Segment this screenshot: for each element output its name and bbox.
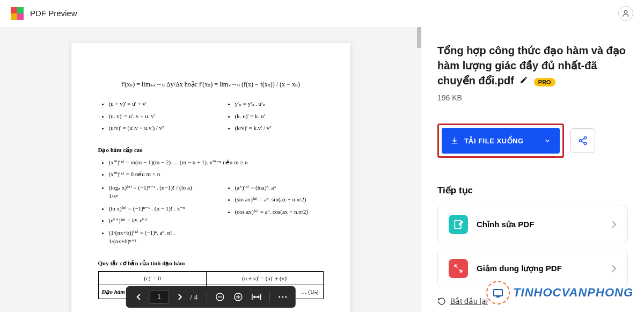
tool-edit-pdf[interactable]: Chỉnh sửa PDF [437, 206, 628, 243]
download-button[interactable]: TẢI FILE XUỐNG [442, 128, 560, 154]
svg-point-8 [282, 296, 283, 298]
file-size: 196 KB [437, 93, 628, 102]
restart-icon [437, 297, 446, 306]
formula-item: (ln x)⁽ⁿ⁾ = (−1)ⁿ⁻¹ . (n − 1)! . x⁻ⁿ [109, 204, 197, 213]
download-icon [450, 136, 459, 145]
chevron-right-icon [611, 221, 617, 228]
formula-item: (sin ax)⁽ⁿ⁾ = aⁿ. sin(ax + n.π/2) [235, 195, 324, 204]
restart-label: Bắt đầu lại [450, 297, 488, 306]
scrollbar[interactable] [417, 27, 421, 312]
download-highlight: TẢI FILE XUỐNG [437, 124, 564, 158]
chevron-down-icon [544, 137, 551, 144]
formula-item: (aˣ)⁽ⁿ⁾ = (lna)ⁿ. aˣ [235, 183, 324, 192]
filename-row: Tổng hợp công thức đạo hàm và đạo hàm lư… [437, 43, 628, 88]
table-cell: (u ± v)' = (u)' ± (v)' [207, 271, 323, 285]
formula-item: (cos ax)⁽ⁿ⁾ = aⁿ. cos(ax + n.π/2) [235, 207, 324, 216]
formula-item: (u + v)' = u' + v' [109, 99, 197, 108]
sidebar: Tổng hợp công thức đạo hàm và đạo hàm lư… [421, 27, 644, 312]
svg-rect-1 [17, 7, 24, 13]
svg-point-9 [285, 296, 287, 298]
formula-header: f'(x₀) = limₐₓ→₀ Δy/Δx hoặc f'(x₀) = lim… [98, 81, 324, 89]
svg-point-7 [279, 296, 280, 298]
document-page: f'(x₀) = limₐₓ→₀ Δy/Δx hoặc f'(x₀) = lim… [71, 43, 350, 312]
formula-item: y'ₓ = y'ᵤ . u'ₓ [235, 99, 324, 108]
formula-item: (k/v)' = k.v' / v² [235, 124, 324, 133]
continue-heading: Tiếp tục [437, 185, 628, 196]
preview-area: f'(x₀) = limₐₓ→₀ Δy/Δx hoặc f'(x₀) = lim… [0, 27, 421, 312]
svg-point-4 [624, 10, 627, 13]
formula-item: (logₐ x)⁽ⁿ⁾ = (−1)ⁿ⁻¹ . (n−1)! / (ln a) … [109, 183, 197, 201]
app-title: PDF Preview [30, 9, 77, 18]
compress-pdf-icon [449, 259, 468, 278]
watermark-icon [486, 281, 510, 304]
header: PDF Preview [0, 0, 644, 27]
formula-item: (eᵏˣ)⁽ⁿ⁾ = kⁿ. eᵏˣ [109, 216, 197, 225]
download-label: TẢI FILE XUỐNG [464, 137, 524, 145]
svg-point-12 [584, 142, 587, 145]
svg-rect-0 [11, 7, 17, 13]
watermark-text: TINHOCVANPHONG [513, 286, 633, 300]
pro-badge: PRO [534, 78, 555, 86]
next-page-button[interactable] [172, 289, 187, 304]
formula-item: (u. v)' = u'. v + u. v' [109, 112, 197, 121]
formula-item: (u/v)' = (u'.v + u.v') / v² [109, 124, 197, 133]
svg-rect-2 [11, 13, 17, 20]
user-avatar[interactable] [618, 6, 633, 21]
table-cell: (c)' = 0 [98, 271, 207, 285]
file-title: Tổng hợp công thức đạo hàm và đạo hàm lư… [437, 45, 626, 86]
prev-page-button[interactable] [131, 289, 146, 304]
section-heading: Đạo hàm cấp cao [98, 147, 324, 154]
svg-point-10 [584, 137, 587, 140]
formula-item: (k. u)' = k. u' [235, 112, 324, 121]
zoom-out-button[interactable] [213, 289, 228, 304]
page-count: / 4 [190, 293, 197, 301]
zoom-in-button[interactable] [231, 289, 246, 304]
svg-rect-14 [494, 289, 502, 296]
tool-label: Giảm dung lượng PDF [477, 264, 562, 273]
app-logo [11, 7, 24, 20]
more-button[interactable] [275, 289, 290, 304]
formula-item: (xᵐ)⁽ⁿ⁾ = 0 nếu m < n [109, 170, 324, 179]
formula-item: (xᵐ)⁽ⁿ⁾ = m(m − 1)(m − 2) … (m − n + 1).… [109, 158, 324, 167]
fit-width-button[interactable] [249, 289, 264, 304]
svg-rect-3 [17, 13, 24, 20]
edit-pdf-icon [449, 215, 468, 234]
edit-filename-icon[interactable] [519, 76, 528, 86]
page-toolbar: / 4 [126, 286, 295, 308]
svg-point-11 [579, 140, 582, 142]
chevron-right-icon [611, 265, 617, 272]
section-heading: Quy tắc cơ bản của tính đạo hàm [98, 260, 324, 267]
tool-label: Chỉnh sửa PDF [477, 220, 534, 229]
share-button[interactable] [570, 128, 595, 153]
page-number-input[interactable] [149, 290, 169, 304]
watermark: TINHOCVANPHONG [486, 281, 633, 304]
formula-item: (1/(nx+b))⁽ⁿ⁾ = (−1)ⁿ. aⁿ. n! . 1/(nx+b)… [109, 228, 197, 246]
share-icon [578, 136, 588, 146]
